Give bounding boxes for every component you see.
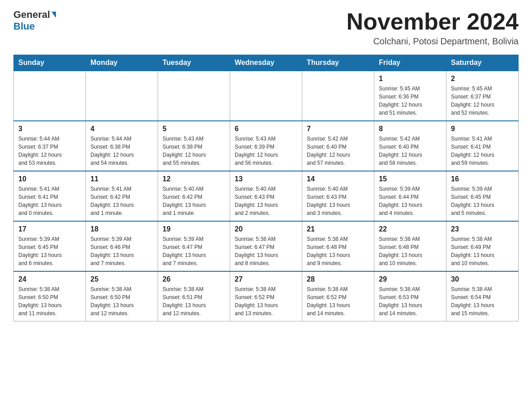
- calendar-cell: 4Sunrise: 5:44 AM Sunset: 6:38 PM Daylig…: [86, 121, 158, 171]
- calendar-cell: 26Sunrise: 5:38 AM Sunset: 6:51 PM Dayli…: [158, 271, 230, 321]
- day-info: Sunrise: 5:38 AM Sunset: 6:48 PM Dayligh…: [307, 235, 369, 267]
- day-number: 11: [90, 175, 153, 183]
- title-section: November 2024 Colchani, Potosi Departmen…: [347, 9, 519, 47]
- calendar-cell: 13Sunrise: 5:40 AM Sunset: 6:43 PM Dayli…: [230, 171, 302, 221]
- calendar-cell: 17Sunrise: 5:39 AM Sunset: 6:45 PM Dayli…: [14, 221, 86, 271]
- calendar-table: SundayMondayTuesdayWednesdayThursdayFrid…: [13, 55, 519, 321]
- location-subtitle: Colchani, Potosi Department, Bolivia: [347, 36, 519, 47]
- day-number: 22: [379, 225, 442, 233]
- calendar-week-3: 10Sunrise: 5:41 AM Sunset: 6:41 PM Dayli…: [14, 171, 519, 221]
- day-info: Sunrise: 5:43 AM Sunset: 6:38 PM Dayligh…: [163, 135, 225, 167]
- calendar-cell: 29Sunrise: 5:38 AM Sunset: 6:53 PM Dayli…: [374, 271, 446, 321]
- calendar-cell: 7Sunrise: 5:42 AM Sunset: 6:40 PM Daylig…: [302, 121, 374, 171]
- calendar-cell: 9Sunrise: 5:41 AM Sunset: 6:41 PM Daylig…: [446, 121, 519, 171]
- day-number: 15: [379, 175, 442, 183]
- day-info: Sunrise: 5:42 AM Sunset: 6:40 PM Dayligh…: [307, 135, 369, 167]
- weekday-header-monday: Monday: [86, 55, 158, 71]
- calendar-header-row: SundayMondayTuesdayWednesdayThursdayFrid…: [14, 55, 519, 71]
- day-number: 14: [307, 175, 369, 183]
- day-info: Sunrise: 5:39 AM Sunset: 6:44 PM Dayligh…: [379, 185, 442, 217]
- logo-text-general: General: [13, 9, 50, 21]
- calendar-cell: 14Sunrise: 5:40 AM Sunset: 6:43 PM Dayli…: [302, 171, 374, 221]
- day-info: Sunrise: 5:38 AM Sunset: 6:54 PM Dayligh…: [451, 285, 514, 317]
- calendar-cell: [14, 71, 86, 121]
- weekday-header-tuesday: Tuesday: [158, 55, 230, 71]
- calendar-cell: [86, 71, 158, 121]
- day-number: 26: [163, 275, 225, 283]
- calendar-week-2: 3Sunrise: 5:44 AM Sunset: 6:37 PM Daylig…: [14, 121, 519, 171]
- logo-triangle-icon: [51, 12, 56, 18]
- calendar-cell: 15Sunrise: 5:39 AM Sunset: 6:44 PM Dayli…: [374, 171, 446, 221]
- day-number: 8: [379, 125, 442, 133]
- day-number: 28: [307, 275, 369, 283]
- logo: General Blue: [13, 9, 57, 32]
- day-info: Sunrise: 5:44 AM Sunset: 6:38 PM Dayligh…: [90, 135, 153, 167]
- calendar-cell: 28Sunrise: 5:38 AM Sunset: 6:52 PM Dayli…: [302, 271, 374, 321]
- page-header: General Blue November 2024 Colchani, Pot…: [13, 9, 519, 47]
- calendar-week-1: 1Sunrise: 5:45 AM Sunset: 6:36 PM Daylig…: [14, 71, 519, 121]
- day-info: Sunrise: 5:42 AM Sunset: 6:40 PM Dayligh…: [379, 135, 442, 167]
- day-number: 27: [235, 275, 297, 283]
- calendar-cell: 2Sunrise: 5:45 AM Sunset: 6:37 PM Daylig…: [446, 71, 519, 121]
- day-number: 30: [451, 275, 514, 283]
- day-number: 29: [379, 275, 442, 283]
- day-info: Sunrise: 5:38 AM Sunset: 6:48 PM Dayligh…: [379, 235, 442, 267]
- day-info: Sunrise: 5:41 AM Sunset: 6:42 PM Dayligh…: [90, 185, 153, 217]
- day-number: 5: [163, 125, 225, 133]
- calendar-cell: 20Sunrise: 5:38 AM Sunset: 6:47 PM Dayli…: [230, 221, 302, 271]
- day-info: Sunrise: 5:38 AM Sunset: 6:52 PM Dayligh…: [235, 285, 297, 317]
- day-info: Sunrise: 5:39 AM Sunset: 6:47 PM Dayligh…: [163, 235, 225, 267]
- day-info: Sunrise: 5:41 AM Sunset: 6:41 PM Dayligh…: [18, 185, 81, 217]
- day-info: Sunrise: 5:38 AM Sunset: 6:50 PM Dayligh…: [90, 285, 153, 317]
- day-info: Sunrise: 5:38 AM Sunset: 6:52 PM Dayligh…: [307, 285, 369, 317]
- day-number: 18: [90, 225, 153, 233]
- day-info: Sunrise: 5:40 AM Sunset: 6:43 PM Dayligh…: [307, 185, 369, 217]
- day-number: 10: [18, 175, 81, 183]
- day-number: 25: [90, 275, 153, 283]
- calendar-cell: 10Sunrise: 5:41 AM Sunset: 6:41 PM Dayli…: [14, 171, 86, 221]
- weekday-header-friday: Friday: [374, 55, 446, 71]
- day-info: Sunrise: 5:39 AM Sunset: 6:46 PM Dayligh…: [90, 235, 153, 267]
- calendar-week-5: 24Sunrise: 5:38 AM Sunset: 6:50 PM Dayli…: [14, 271, 519, 321]
- calendar-cell: 1Sunrise: 5:45 AM Sunset: 6:36 PM Daylig…: [374, 71, 446, 121]
- day-number: 6: [235, 125, 297, 133]
- day-number: 19: [163, 225, 225, 233]
- day-number: 3: [18, 125, 81, 133]
- day-number: 2: [451, 75, 514, 83]
- calendar-cell: [230, 71, 302, 121]
- day-info: Sunrise: 5:45 AM Sunset: 6:36 PM Dayligh…: [379, 85, 442, 117]
- day-info: Sunrise: 5:39 AM Sunset: 6:45 PM Dayligh…: [451, 185, 514, 217]
- day-number: 20: [235, 225, 297, 233]
- day-info: Sunrise: 5:40 AM Sunset: 6:43 PM Dayligh…: [235, 185, 297, 217]
- calendar-cell: 8Sunrise: 5:42 AM Sunset: 6:40 PM Daylig…: [374, 121, 446, 171]
- calendar-cell: 5Sunrise: 5:43 AM Sunset: 6:38 PM Daylig…: [158, 121, 230, 171]
- calendar-cell: 12Sunrise: 5:40 AM Sunset: 6:42 PM Dayli…: [158, 171, 230, 221]
- day-number: 16: [451, 175, 514, 183]
- calendar-cell: 6Sunrise: 5:43 AM Sunset: 6:39 PM Daylig…: [230, 121, 302, 171]
- day-number: 23: [451, 225, 514, 233]
- day-number: 7: [307, 125, 369, 133]
- day-info: Sunrise: 5:38 AM Sunset: 6:47 PM Dayligh…: [235, 235, 297, 267]
- day-number: 1: [379, 75, 442, 83]
- calendar-cell: 24Sunrise: 5:38 AM Sunset: 6:50 PM Dayli…: [14, 271, 86, 321]
- calendar-cell: 21Sunrise: 5:38 AM Sunset: 6:48 PM Dayli…: [302, 221, 374, 271]
- calendar-cell: 30Sunrise: 5:38 AM Sunset: 6:54 PM Dayli…: [446, 271, 519, 321]
- day-info: Sunrise: 5:45 AM Sunset: 6:37 PM Dayligh…: [451, 85, 514, 117]
- day-number: 4: [90, 125, 153, 133]
- calendar-cell: 27Sunrise: 5:38 AM Sunset: 6:52 PM Dayli…: [230, 271, 302, 321]
- day-number: 13: [235, 175, 297, 183]
- day-info: Sunrise: 5:39 AM Sunset: 6:45 PM Dayligh…: [18, 235, 81, 267]
- calendar-cell: 16Sunrise: 5:39 AM Sunset: 6:45 PM Dayli…: [446, 171, 519, 221]
- weekday-header-wednesday: Wednesday: [230, 55, 302, 71]
- day-info: Sunrise: 5:38 AM Sunset: 6:53 PM Dayligh…: [379, 285, 442, 317]
- calendar-cell: 23Sunrise: 5:38 AM Sunset: 6:49 PM Dayli…: [446, 221, 519, 271]
- day-number: 12: [163, 175, 225, 183]
- day-info: Sunrise: 5:43 AM Sunset: 6:39 PM Dayligh…: [235, 135, 297, 167]
- calendar-cell: [158, 71, 230, 121]
- weekday-header-thursday: Thursday: [302, 55, 374, 71]
- month-title: November 2024: [347, 9, 519, 34]
- calendar-cell: 18Sunrise: 5:39 AM Sunset: 6:46 PM Dayli…: [86, 221, 158, 271]
- day-info: Sunrise: 5:40 AM Sunset: 6:42 PM Dayligh…: [163, 185, 225, 217]
- calendar-cell: 22Sunrise: 5:38 AM Sunset: 6:48 PM Dayli…: [374, 221, 446, 271]
- calendar-cell: 19Sunrise: 5:39 AM Sunset: 6:47 PM Dayli…: [158, 221, 230, 271]
